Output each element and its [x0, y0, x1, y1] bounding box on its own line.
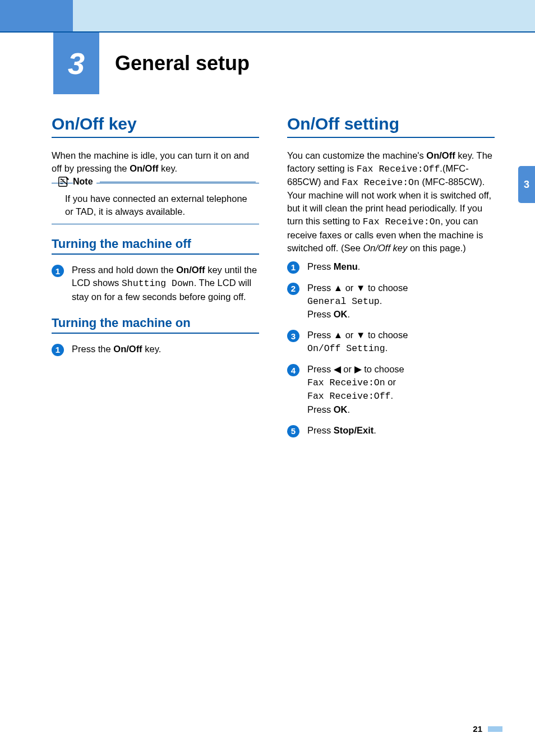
left-arrow-icon: ◀	[334, 364, 341, 374]
step-setting-3: 3 Press ▲ or ▼ to choose On/Off Setting.	[287, 329, 495, 355]
step-number: 1	[52, 344, 64, 356]
text: Press	[307, 283, 334, 293]
step-text: Press Stop/Exit.	[307, 424, 376, 437]
text: .	[385, 343, 388, 353]
step-number: 5	[287, 425, 299, 437]
step-text: Press Menu.	[307, 260, 360, 274]
note-line	[100, 182, 256, 182]
bold: On/Off	[113, 344, 142, 354]
side-tab: 3	[518, 166, 535, 203]
step-number: 2	[287, 283, 299, 295]
mono: Fax Receive:On	[363, 216, 441, 227]
step-setting-5: 5 Press Stop/Exit.	[287, 424, 495, 437]
mono: Fax Receive:On	[307, 377, 385, 388]
text: .	[373, 425, 376, 435]
text: You can customize the machine's	[287, 150, 426, 160]
mono: Shutting Down	[122, 278, 194, 289]
note-box: Note If you have connected an external t…	[52, 183, 259, 224]
subsection-turning-off-title: Turning the machine off	[52, 237, 259, 255]
header-band	[0, 0, 535, 31]
chapter-title: General setup	[115, 52, 250, 75]
text: to choose	[365, 330, 408, 340]
step-setting-2: 2 Press ▲ or ▼ to choose General Setup.P…	[287, 282, 495, 321]
up-arrow-icon: ▲	[334, 330, 343, 340]
step-number: 4	[287, 364, 299, 376]
text: Press	[307, 364, 334, 374]
note-label: Note	[73, 177, 96, 187]
bold: Stop/Exit	[334, 425, 374, 435]
up-arrow-icon: ▲	[334, 283, 343, 293]
text: or	[385, 377, 396, 387]
text: or	[341, 364, 354, 374]
step-on-1: 1 Press the On/Off key.	[52, 343, 259, 356]
text: or	[343, 283, 356, 293]
mono: Fax Receive:On	[342, 177, 419, 188]
step-text: Press ◀ or ▶ to choose Fax Receive:On or…	[307, 363, 404, 416]
text: key.	[142, 344, 162, 354]
note-header: Note	[57, 176, 256, 188]
text: .	[358, 261, 361, 271]
text: or	[343, 330, 356, 340]
bold: On/Off	[176, 265, 205, 275]
text: .	[348, 309, 350, 319]
right-arrow-icon: ▶	[354, 364, 362, 374]
note-icon	[57, 176, 70, 188]
text: Press	[307, 404, 334, 414]
step-text: Press ▲ or ▼ to choose On/Off Setting.	[307, 329, 408, 355]
text: Press	[307, 261, 334, 271]
onoff-key-intro: When the machine is idle, you can turn i…	[52, 149, 259, 175]
content-area: On/Off key When the machine is idle, you…	[0, 94, 535, 445]
text: Press	[307, 309, 334, 319]
left-column: On/Off key When the machine is idle, you…	[52, 114, 259, 445]
section-onoff-key-title: On/Off key	[52, 114, 259, 138]
step-text: Press and hold down the On/Off key until…	[72, 264, 259, 303]
bold: OK	[334, 309, 348, 319]
header-band-left	[0, 0, 73, 31]
italic-link: On/Off key	[363, 243, 407, 253]
step-setting-1: 1 Press Menu.	[287, 260, 495, 274]
chapter-header: 3 General setup	[0, 33, 535, 94]
bold: On/Off	[426, 150, 455, 160]
page-footer: 21	[473, 724, 502, 734]
down-arrow-icon: ▼	[356, 283, 365, 293]
bold: Menu	[334, 261, 358, 271]
subsection-turning-on-title: Turning the machine on	[52, 316, 259, 334]
text: key.	[158, 163, 177, 173]
mono: General Setup	[307, 296, 380, 307]
bold-onoff: On/Off	[130, 163, 158, 173]
right-column: On/Off setting You can customize the mac…	[287, 114, 495, 445]
text: Press	[307, 425, 334, 435]
mono: On/Off Setting	[307, 343, 385, 354]
text: to choose	[362, 364, 404, 374]
text: Press	[307, 330, 334, 340]
down-arrow-icon: ▼	[356, 330, 365, 340]
chapter-number-box: 3	[53, 33, 99, 94]
text: on this page.)	[407, 243, 466, 253]
bold: OK	[334, 404, 348, 414]
step-setting-4: 4 Press ◀ or ▶ to choose Fax Receive:On …	[287, 363, 495, 416]
text: .	[380, 296, 382, 306]
step-number: 1	[52, 265, 64, 277]
step-text: Press the On/Off key.	[72, 343, 161, 356]
text: .	[348, 404, 350, 414]
text: Press and hold down the	[72, 265, 176, 275]
onoff-setting-intro: You can customize the machine's On/Off k…	[287, 149, 495, 255]
mono: Fax Receive:Off	[357, 164, 440, 174]
page-number: 21	[473, 724, 482, 734]
note-text: If you have connected an external teleph…	[57, 192, 256, 218]
step-off-1: 1 Press and hold down the On/Off key unt…	[52, 264, 259, 303]
text: Press the	[72, 344, 113, 354]
text: .	[391, 390, 394, 400]
step-number: 1	[287, 261, 299, 274]
text: to choose	[365, 283, 408, 293]
page-bar	[488, 726, 502, 732]
section-onoff-setting-title: On/Off setting	[287, 114, 495, 138]
step-number: 3	[287, 330, 299, 342]
step-text: Press ▲ or ▼ to choose General Setup.Pre…	[307, 282, 408, 321]
mono: Fax Receive:Off	[307, 391, 391, 402]
